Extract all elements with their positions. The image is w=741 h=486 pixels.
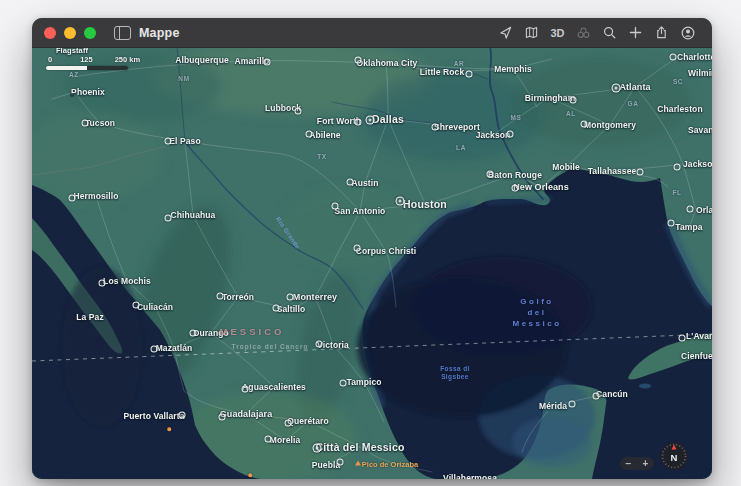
city-label-houston: Houston [403, 198, 447, 210]
city-marker-tucson [82, 120, 89, 127]
city-marker-houston [396, 197, 405, 206]
state-label-ms: MS [511, 114, 522, 121]
compass-n-label: N [671, 452, 678, 463]
city-label-hermosillo: Hermosillo [74, 191, 119, 201]
threed-label: 3D [550, 27, 564, 39]
binoculars-icon [575, 24, 592, 41]
city-marker-charlotte [670, 54, 677, 61]
city-label-torre-n: Torreón [222, 292, 254, 302]
city-marker-citt-del-messico [313, 444, 322, 453]
toolbar: 3D [497, 24, 712, 41]
city-marker-lubbock [295, 108, 302, 115]
window-title: Mappe [139, 26, 180, 40]
close-button[interactable] [44, 27, 56, 39]
country-label-messico: MESSICO [220, 326, 285, 337]
city-marker-tampa [668, 220, 675, 227]
city-label-birmingham: Birmingham [525, 93, 576, 103]
city-marker-l-avana [679, 335, 686, 342]
tropic-of-cancer-label: Tropico del Cancro [232, 343, 309, 350]
state-label-ga: GA [628, 100, 639, 107]
city-label-montgomery: Montgomery [584, 120, 636, 130]
map-mode-icon[interactable] [523, 24, 540, 41]
account-icon[interactable] [679, 24, 696, 41]
city-marker-torre-n [217, 293, 224, 300]
city-label-l-avana: L'Avana [686, 331, 712, 341]
city-marker-mazatl-n [151, 346, 158, 353]
city-label-citt-del-messico: Città del Messico [315, 441, 404, 453]
city-label-saltillo: Saltillo [277, 304, 306, 314]
city-marker-montgomery [581, 121, 588, 128]
map-canvas[interactable]: FlagstaffPhoenixTucsonEl PasoAlbuquerque… [32, 47, 712, 479]
water-label-golfo: Golfo del Messico [512, 296, 561, 329]
scale-bar: 0 125 250 km [46, 55, 140, 70]
city-label-villahermosa: Villahermosa [443, 473, 497, 479]
city-label-mazatl-n: Mazatlán [156, 343, 193, 353]
city-label-quer-taro: Querétaro [287, 416, 329, 426]
city-marker-chihuahua [165, 215, 172, 222]
city-marker-saltillo [273, 305, 280, 312]
city-marker-guadalajara [219, 414, 226, 421]
city-marker-tampico [340, 380, 347, 387]
state-label-fl: FL [672, 189, 681, 196]
city-label-tampa: Tampa [675, 222, 702, 232]
city-marker-el-paso [165, 138, 172, 145]
city-label-los-mochis: Los Mochis [103, 276, 151, 286]
city-label-el-paso: El Paso [169, 136, 200, 146]
city-label-jackson: Jackson [476, 130, 511, 140]
city-label-flagstaff: Flagstaff [56, 47, 88, 55]
state-label-la: LA [456, 144, 466, 151]
search-icon[interactable] [601, 24, 618, 41]
city-label-tallahassee: Tallahassee [588, 166, 637, 176]
zoom-controls: − + [620, 457, 654, 470]
minimize-button[interactable] [64, 27, 76, 39]
city-marker-new-orleans [512, 185, 519, 192]
city-marker-atlanta [612, 84, 621, 93]
city-marker-abilene [306, 131, 313, 138]
city-label-culiac-n: Culiacán [137, 302, 173, 312]
city-label-m-rida: Mérida [539, 401, 567, 411]
city-marker-san-antonio [332, 203, 339, 210]
city-label-austin: Austin [351, 178, 378, 188]
state-label-ar: AR [454, 60, 465, 67]
city-label-san-antonio: San Antonio [335, 206, 386, 216]
city-label-orlando: Orlando [696, 205, 712, 215]
city-label-mobile: Mobile [552, 162, 580, 172]
city-label-durango: Durango [193, 328, 229, 338]
city-label-guadalajara: Guadalajara [220, 409, 273, 419]
sidebar-toggle-icon[interactable] [114, 26, 131, 40]
city-marker-monterrey [287, 294, 294, 301]
desktop: Mappe 3D [0, 0, 741, 486]
city-marker-corpus-christi [354, 245, 361, 252]
add-icon[interactable] [627, 24, 644, 41]
city-label-puerto-vallarta: Puerto Vallarta [123, 411, 184, 421]
city-marker-durango [190, 330, 197, 337]
city-label-little-rock: Little Rock [420, 67, 465, 77]
city-marker-m-rida [569, 401, 576, 408]
map-labels-layer: FlagstaffPhoenixTucsonEl PasoAlbuquerque… [32, 47, 712, 479]
window-controls [32, 27, 106, 39]
city-label-charleston: Charleston [657, 104, 702, 114]
city-label-phoenix: Phoenix [71, 87, 105, 97]
state-label-sc: SC [673, 78, 683, 85]
city-label-jacksonville: Jacksonville [683, 159, 712, 169]
compass[interactable]: N [659, 441, 689, 471]
volcano-dot-0 [248, 473, 252, 477]
city-label-la-paz: La Paz [76, 312, 104, 322]
city-label-albuquerque: Albuquerque [175, 55, 229, 65]
titlebar[interactable]: Mappe 3D [32, 18, 712, 48]
fullscreen-button[interactable] [84, 27, 96, 39]
city-label-new-orleans: New Orleans [513, 182, 569, 192]
share-icon[interactable] [653, 24, 670, 41]
city-marker-oklahoma-city [355, 57, 362, 64]
city-marker-dallas [366, 116, 375, 125]
threed-button[interactable]: 3D [549, 24, 566, 41]
city-marker-orlando [687, 206, 694, 213]
city-label-baton-rouge: Baton Rouge [488, 170, 542, 180]
location-arrow-icon[interactable] [497, 24, 514, 41]
city-marker-puerto-vallarta [179, 412, 186, 419]
state-label-al: AL [566, 110, 576, 117]
city-marker-baton-rouge [487, 171, 494, 178]
city-label-wilmington: Wilmington [688, 68, 712, 78]
city-marker-phoenix [70, 93, 74, 97]
city-marker-morelia [265, 436, 272, 443]
